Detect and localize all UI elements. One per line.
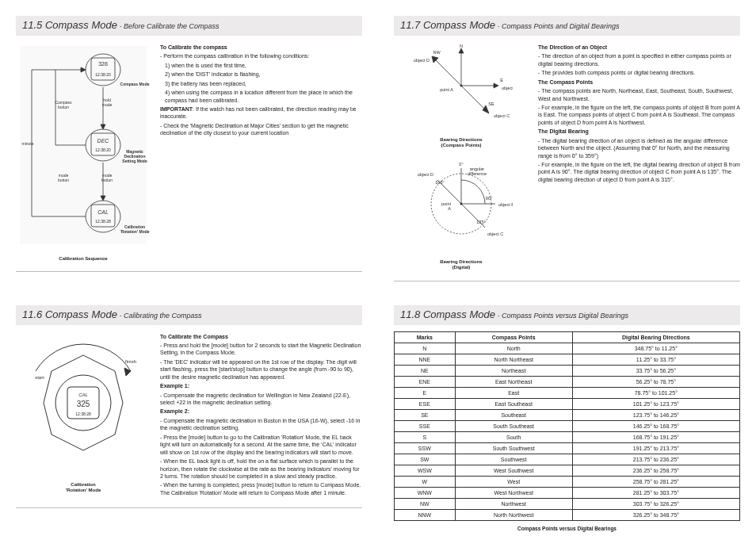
heading: To Calibrate the Compass [160, 333, 362, 340]
svg-text:pointA: pointA [441, 201, 451, 211]
text-body: To Calibrate the compass - Perform the c… [160, 42, 362, 262]
section-title: 11.6 Compass Mode - Calibrating the Comp… [16, 305, 362, 325]
title-sub: - Compass Points and Digital Bearings [495, 22, 620, 30]
svg-text:0°: 0° [459, 162, 463, 167]
table-row: NNENorth Northeast11.25° to 33.75° [395, 354, 740, 365]
section-title: 11.8 Compass Mode - Compass Points versu… [394, 305, 740, 325]
table-cell: 11.25° to 33.75° [572, 354, 739, 365]
svg-marker-37 [494, 83, 498, 88]
svg-text:object B: object B [502, 86, 513, 90]
svg-text:325: 325 [77, 400, 90, 408]
table-row: NNWNorth Northwest326.25° to 348.75° [395, 509, 740, 520]
table-row: SSWSouth Southwest191.25° to 213.75° [395, 442, 740, 454]
table-cell: North Northeast [455, 354, 572, 365]
para: 4) when using the compass in a location … [165, 89, 362, 104]
para: - Press the [mode] button to go to the C… [160, 434, 362, 456]
table-cell: Northwest [455, 498, 572, 509]
table-cell: 101.25° to 123.75° [572, 398, 739, 409]
svg-line-32 [433, 58, 461, 86]
table-cell: East Southeast [455, 398, 572, 409]
table-cell: WSW [395, 465, 456, 476]
svg-marker-38 [483, 105, 489, 113]
table-cell: 281.25° to 303.75° [572, 487, 739, 498]
heading: The Digital Bearing [538, 128, 740, 135]
text-body: The Direction of an Object - The directi… [538, 42, 740, 271]
svg-line-34 [461, 86, 487, 112]
section-11-8: 11.8 Compass Mode - Compass Points versu… [394, 305, 740, 536]
para: - The provides both compass points or di… [538, 69, 740, 76]
svg-text:90°: 90° [486, 196, 492, 201]
table-row: SSouth168.75° to 191.25° [395, 431, 740, 442]
table-cell: 348.75° to 11.25° [572, 343, 739, 354]
figure-caption: Calibration Sequence [59, 256, 107, 262]
table-cell: ENE [395, 376, 456, 387]
heading: Example 1: [160, 382, 362, 389]
table-cell: ESE [395, 398, 456, 409]
para: - When the EL back light is off, hold th… [160, 458, 362, 480]
svg-rect-30 [20, 46, 147, 244]
table-cell: 33.75° to 56.25° [572, 365, 739, 376]
table-cell: North Northwest [455, 509, 572, 520]
compass-points-table: MarksCompass PointsDigital Bearing Direc… [394, 331, 740, 521]
figure-caption: Bearing Directions(Compass Points) [440, 137, 482, 148]
title-sub: - Before Calibrate the Compass [117, 22, 220, 30]
text-body: To Calibrate the Compass - Press and hol… [160, 331, 362, 499]
heading: To Calibrate the compass [160, 44, 362, 51]
table-cell: 258.75° to 281.25° [572, 476, 739, 487]
svg-text:N: N [460, 44, 463, 48]
para: - Perform the compass calibration in the… [160, 52, 362, 59]
table-row: SWSouthwest213.75° to 236.25° [395, 454, 740, 465]
table-cell: NE [395, 365, 456, 376]
para: - The compass points are North, Northeas… [538, 87, 740, 102]
svg-text:NW: NW [433, 50, 441, 55]
para: - When the turning is completed, press [… [160, 481, 362, 496]
svg-text:finish: finish [125, 359, 136, 364]
title-sub: - Calibrating the Compass [117, 312, 202, 320]
svg-point-62 [460, 203, 463, 205]
table-cell: SE [395, 409, 456, 420]
table-cell: NW [395, 498, 456, 509]
svg-text:135°: 135° [476, 220, 485, 224]
para: - Compensate the magnetic declination in… [160, 417, 362, 432]
table-row: SSESouth Southeast146.25° to 168.75° [395, 420, 740, 431]
svg-text:CAL: CAL [78, 392, 88, 397]
para: - Check the 'Magnetic Declination at Maj… [160, 122, 362, 137]
table-cell: 213.75° to 236.25° [572, 454, 739, 465]
title-text: 11.5 Compass Mode [22, 19, 117, 31]
figure-rotation-mode: CAL 325 12:38:28 start finish Calibratio… [16, 331, 151, 499]
table-cell: 191.25° to 213.75° [572, 442, 739, 454]
table-header: Compass Points [455, 331, 572, 343]
para: - Press and hold the [mode] button for 2… [160, 342, 362, 357]
table-cell: West Northwest [455, 487, 572, 498]
table-row: NNorth348.75° to 11.25° [395, 343, 740, 354]
heading: The Direction of an Object [538, 44, 740, 51]
table-cell: 56.25° to 78.75° [572, 376, 739, 387]
table-cell: NNE [395, 354, 456, 365]
svg-text:point A: point A [440, 87, 453, 92]
svg-text:315°: 315° [435, 180, 444, 185]
para: - For example, in the figure on the left… [538, 104, 740, 126]
table-cell: SW [395, 454, 456, 465]
svg-text:object C: object C [487, 232, 503, 236]
heading: The Compass Points [538, 78, 740, 86]
svg-text:start: start [35, 375, 44, 380]
heading: Example 2: [160, 408, 362, 415]
svg-text:object C: object C [494, 113, 510, 118]
table-row: WSWWest Southwest236.25° to 258.75° [395, 465, 740, 476]
section-title: 11.5 Compass Mode - Before Calibrate the… [16, 16, 362, 36]
svg-marker-35 [459, 48, 464, 53]
table-header: Marks [395, 331, 456, 343]
table-cell: NNW [395, 509, 456, 520]
table-cell: Southwest [455, 454, 572, 465]
table-cell: WNW [395, 487, 456, 498]
svg-text:SE: SE [488, 101, 494, 106]
table-cell: 168.75° to 191.25° [572, 431, 739, 442]
section-11-5: 11.5 Compass Mode - Before Calibrate the… [16, 16, 362, 281]
table-header: Digital Bearing Directions [572, 331, 739, 343]
para: - For example, in the figure on the left… [538, 161, 740, 183]
para: - The direction of an object from a poin… [538, 52, 740, 67]
svg-text:E: E [500, 78, 503, 82]
table-cell: 303.75° to 326.25° [572, 498, 739, 509]
table-cell: S [395, 431, 456, 442]
para: IMPORTANT: If the watch has not been cal… [160, 105, 362, 121]
